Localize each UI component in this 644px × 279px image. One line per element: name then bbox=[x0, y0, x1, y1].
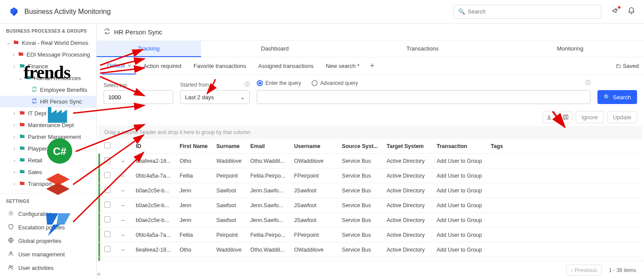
grouping-hint[interactable]: Drag a column header and drop it here to… bbox=[98, 126, 642, 139]
row-checkbox[interactable] bbox=[104, 231, 111, 237]
settings-item[interactable]: Configuration bbox=[0, 207, 96, 221]
advanced-query-radio[interactable]: Advanced query bbox=[312, 80, 358, 86]
cell-tags bbox=[486, 183, 642, 198]
cell-tags bbox=[486, 242, 642, 257]
expand-row-icon[interactable]: → bbox=[116, 183, 131, 198]
global-search-input[interactable] bbox=[468, 8, 597, 15]
chevron-left-icon: ‹ bbox=[571, 267, 573, 273]
tree-item[interactable]: ›Finance bbox=[0, 61, 96, 72]
saved-searches-button[interactable]: 🗀Saved bbox=[615, 63, 639, 69]
close-icon[interactable]: × bbox=[127, 62, 131, 69]
app-logo-icon bbox=[9, 7, 19, 17]
expand-row-icon[interactable]: → bbox=[116, 228, 131, 242]
search-button[interactable]: 🔍 Search bbox=[597, 90, 637, 104]
tree-item[interactable]: ›Maintenance Dept bbox=[0, 119, 96, 131]
settings-item[interactable]: User activities bbox=[0, 261, 96, 275]
column-header[interactable]: Username bbox=[290, 139, 338, 154]
cell-tags bbox=[486, 198, 642, 213]
table-row[interactable]: → b0ae2c5e-b... Jenn Sawfoot Jenn.Sawfo.… bbox=[98, 198, 642, 213]
column-header[interactable]: Surname bbox=[212, 139, 246, 154]
settings-section-title: SETTINGS bbox=[0, 194, 96, 207]
previous-button[interactable]: ‹Previous bbox=[566, 265, 602, 276]
secondary-tabs: Default×Action requiredFavorite transact… bbox=[97, 57, 644, 75]
tree-item[interactable]: ›Playpen bbox=[0, 143, 96, 155]
cell-email: Jenn.Sawfo... bbox=[246, 198, 290, 213]
tree-item[interactable]: ›Retail bbox=[0, 155, 96, 166]
row-checkbox[interactable] bbox=[104, 216, 111, 222]
tree-item[interactable]: HR Person Sync bbox=[0, 96, 96, 108]
tree-item[interactable]: ⌄Human Resources bbox=[0, 72, 96, 84]
table-row[interactable]: → 6eafeea2-18... Otho Waddilove Otho.Wad… bbox=[98, 242, 642, 257]
row-checkbox[interactable] bbox=[104, 172, 111, 178]
columns-button[interactable] bbox=[559, 111, 572, 123]
column-header[interactable]: Source Syst... bbox=[338, 139, 382, 154]
primary-tab[interactable]: Monitoring bbox=[496, 41, 644, 57]
table-row[interactable]: → b0ae2c5e-b... Jenn Sawfoot Jenn.Sawfo.… bbox=[98, 183, 642, 198]
announcements-icon[interactable] bbox=[612, 7, 620, 16]
expand-row-icon[interactable]: → bbox=[116, 257, 131, 261]
tree-item[interactable]: ›EDI Message Processing bbox=[0, 49, 96, 61]
global-search[interactable]: 🔍 bbox=[453, 5, 601, 19]
expand-row-icon[interactable]: → bbox=[116, 242, 131, 257]
tree-item[interactable]: ›Partner Management bbox=[0, 131, 96, 143]
select-top-label: Select top bbox=[104, 82, 173, 88]
tree-item[interactable]: ›IT Dept bbox=[0, 108, 96, 119]
primary-tab[interactable]: Transactions bbox=[349, 41, 496, 57]
tree-item-label: Transport bbox=[28, 181, 52, 187]
tree-item[interactable]: ›Transport bbox=[0, 178, 96, 190]
table-row[interactable]: → 0fdc4a5a-7a... Felita Peirpoint Felita… bbox=[98, 228, 642, 242]
select-top-input[interactable] bbox=[104, 90, 173, 104]
info-icon[interactable]: ⓘ bbox=[585, 79, 590, 87]
sidebar-collapse-icon[interactable]: « bbox=[97, 270, 101, 277]
expand-row-icon[interactable]: → bbox=[116, 154, 131, 168]
column-header[interactable]: ID bbox=[131, 139, 175, 154]
column-header[interactable]: Email bbox=[246, 139, 290, 154]
secondary-tab[interactable]: Action required bbox=[138, 58, 186, 74]
ignore-button[interactable]: Ignore bbox=[576, 111, 604, 123]
expand-row-icon[interactable]: → bbox=[116, 198, 131, 213]
query-input[interactable] bbox=[257, 90, 590, 104]
table-row[interactable]: → 0fdc4a5a-7a... Felita Peirpoint Felita… bbox=[98, 257, 642, 261]
tree-item[interactable]: ⌄Kovai - Real World Demos bbox=[0, 37, 96, 49]
cell-surname: Peirpoint bbox=[212, 228, 246, 242]
secondary-tab[interactable]: Default× bbox=[102, 58, 136, 74]
folder-icon bbox=[19, 168, 25, 176]
column-header[interactable]: Transaction bbox=[433, 139, 486, 154]
cell-email: Jenn.Sawfo... bbox=[246, 213, 290, 228]
column-header[interactable]: Target System bbox=[382, 139, 433, 154]
row-checkbox[interactable] bbox=[104, 187, 111, 193]
settings-item[interactable]: Escalation policies bbox=[0, 221, 96, 234]
expand-row-icon[interactable]: → bbox=[116, 213, 131, 228]
secondary-tab[interactable]: New search * bbox=[321, 58, 365, 74]
primary-tab[interactable]: Dashboard bbox=[201, 41, 349, 57]
expand-row-icon[interactable]: → bbox=[116, 168, 131, 183]
column-header[interactable]: First Name bbox=[175, 139, 212, 154]
settings-item-label: Escalation policies bbox=[18, 224, 65, 231]
primary-tab[interactable]: Tracking bbox=[97, 41, 201, 57]
secondary-tab[interactable]: Assigned transactions bbox=[253, 58, 319, 74]
secondary-tab[interactable]: Favorite transactions bbox=[188, 58, 252, 74]
cell-username: FPeirpoint bbox=[290, 257, 338, 261]
column-header[interactable]: Tags bbox=[486, 139, 642, 154]
row-checkbox[interactable] bbox=[104, 202, 111, 208]
started-from-select[interactable]: Last 2 days ⌄ bbox=[180, 90, 250, 104]
settings-item[interactable]: Global properties bbox=[0, 234, 96, 248]
cell-target: Active Directory bbox=[382, 213, 433, 228]
table-row[interactable]: → 6eafeea2-18... Otho Waddilove Otho.Wad… bbox=[98, 154, 642, 168]
tree-item[interactable]: ›Sales bbox=[0, 166, 96, 178]
table-row[interactable]: → b0ae2c5e-b... Jenn Sawfoot Jenn.Sawfo.… bbox=[98, 213, 642, 228]
download-button[interactable] bbox=[543, 111, 556, 123]
update-button[interactable]: Update bbox=[607, 111, 637, 123]
info-icon[interactable]: ⓘ bbox=[245, 81, 250, 88]
tree-item[interactable]: Employee Benefits bbox=[0, 84, 96, 96]
bell-icon[interactable] bbox=[627, 7, 635, 16]
add-tab-button[interactable]: + bbox=[366, 61, 378, 71]
table-row[interactable]: → 0fdc4a5a-7a... Felita Peirpoint Felita… bbox=[98, 168, 642, 183]
svg-point-3 bbox=[10, 266, 11, 267]
row-checkbox[interactable] bbox=[104, 246, 111, 252]
settings-item[interactable]: User management bbox=[0, 248, 96, 261]
select-all-checkbox[interactable] bbox=[104, 142, 111, 148]
enter-query-radio[interactable]: Enter the query bbox=[257, 80, 301, 86]
chevron-icon: › bbox=[12, 64, 17, 69]
row-checkbox[interactable] bbox=[104, 157, 111, 163]
